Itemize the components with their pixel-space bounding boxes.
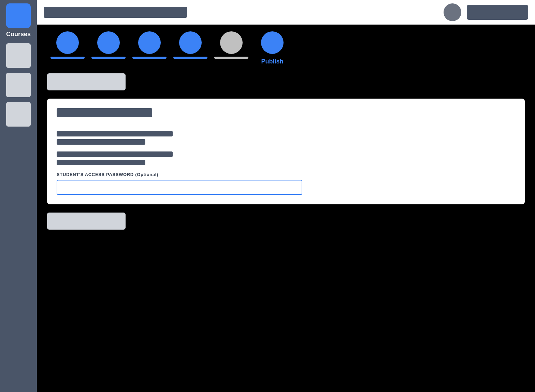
card-text-block-2 [57, 151, 515, 165]
settings-card: STUDENT'S ACCESS PASSWORD (Optional) [47, 99, 525, 204]
steps-row: Publish [47, 31, 525, 65]
step-1-bar [50, 57, 85, 59]
step-2-bar [91, 57, 126, 59]
step-2[interactable] [88, 31, 129, 59]
sidebar: Courses [0, 0, 37, 392]
sidebar-item-1[interactable] [6, 43, 31, 68]
step-6-publish[interactable]: Publish [252, 31, 293, 65]
bottom-action-button[interactable] [47, 213, 126, 230]
topbar-avatar[interactable] [444, 3, 461, 21]
step-4-bar [173, 57, 207, 59]
card-text-block-1 [57, 131, 515, 145]
step-4[interactable] [170, 31, 211, 59]
password-section: STUDENT'S ACCESS PASSWORD (Optional) [57, 172, 515, 195]
sidebar-item-3[interactable] [6, 102, 31, 127]
topbar [37, 0, 535, 25]
step-2-circle [97, 31, 120, 54]
topbar-action-button[interactable] [467, 5, 528, 20]
step-4-circle [179, 31, 202, 54]
card-divider [57, 124, 515, 124]
sidebar-logo[interactable] [6, 3, 31, 28]
card-text-line-2a [57, 151, 173, 157]
card-text-line-1a [57, 131, 173, 136]
step-5[interactable] [211, 31, 252, 59]
step-3[interactable] [129, 31, 170, 59]
card-text-line-1b [57, 139, 145, 145]
step-3-bar [132, 57, 167, 59]
step-5-circle [220, 31, 243, 54]
sidebar-nav-label: Courses [6, 31, 31, 38]
step-5-bar [214, 57, 248, 59]
password-label: STUDENT'S ACCESS PASSWORD (Optional) [57, 172, 515, 177]
card-title [57, 108, 152, 117]
password-input[interactable] [57, 180, 302, 195]
sidebar-item-2[interactable] [6, 73, 31, 97]
page-content: Publish STUDENT'S ACCESS PASSWORD (Optio… [37, 25, 535, 392]
main-content: Publish STUDENT'S ACCESS PASSWORD (Optio… [37, 0, 535, 392]
sub-action-button[interactable] [47, 73, 126, 90]
step-3-circle [138, 31, 161, 54]
topbar-title [44, 7, 187, 18]
step-6-circle [261, 31, 284, 54]
card-text-line-2b [57, 160, 145, 165]
step-1[interactable] [47, 31, 88, 59]
step-6-label: Publish [261, 58, 283, 65]
step-1-circle [56, 31, 79, 54]
